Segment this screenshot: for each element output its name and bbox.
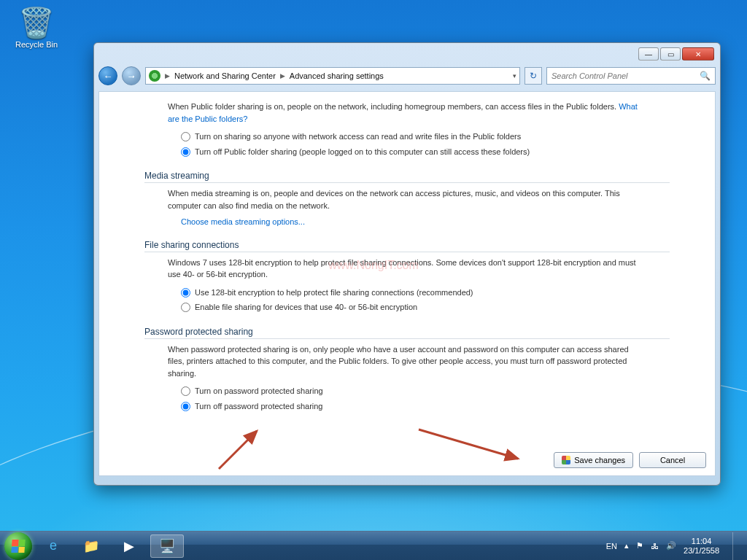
system-tray: EN ▴ ⚑ 🖧 🔊 11:04 23/1/2558 — [606, 532, 743, 560]
control-panel-window: ― ▭ ✕ ← → ▶ Network and Sharing Center ▶… — [93, 42, 721, 486]
radio-4056bit[interactable]: Enable file sharing for devices that use… — [168, 300, 646, 315]
media-desc: When media streaming is on, people and d… — [168, 187, 646, 211]
taskbar-clock[interactable]: 11:04 23/1/2558 — [684, 537, 719, 555]
breadcrumb-part1[interactable]: Network and Sharing Center — [174, 71, 276, 80]
public-folder-desc: When Public folder sharing is on, people… — [168, 102, 619, 111]
radio-pw-on[interactable]: Turn on password protected sharing — [168, 384, 646, 399]
nav-forward-button[interactable]: → — [122, 66, 141, 85]
address-bar[interactable]: ▶ Network and Sharing Center ▶ Advanced … — [145, 67, 520, 85]
radio-public-on-input[interactable] — [181, 132, 190, 141]
refresh-button[interactable]: ↻ — [525, 67, 542, 85]
radio-pw-on-label: Turn on password protected sharing — [195, 385, 323, 397]
action-center-icon[interactable]: ⚑ — [636, 541, 643, 551]
address-dropdown-icon[interactable]: ▾ — [513, 72, 516, 79]
control-panel-icon — [149, 70, 160, 82]
radio-4056bit-label: Enable file sharing for devices that use… — [195, 301, 417, 314]
network-icon[interactable]: 🖧 — [651, 542, 659, 551]
breadcrumb-sep: ▶ — [280, 72, 285, 79]
recycle-bin-label: Recycle Bin — [15, 40, 58, 49]
content-scroll[interactable]: Public folder sharing When Public folder… — [99, 92, 715, 475]
language-indicator[interactable]: EN — [606, 542, 617, 551]
radio-pw-off[interactable]: Turn off password protected sharing — [168, 399, 646, 414]
clock-time: 11:04 — [684, 537, 719, 546]
taskbar-explorer-button[interactable]: 📁 — [74, 534, 108, 558]
radio-public-on-label: Turn on sharing so anyone with network a… — [195, 131, 521, 143]
recycle-bin-icon: 🗑️ — [10, 6, 63, 40]
clock-date: 23/1/2558 — [684, 546, 719, 556]
section-password-title: Password protected sharing — [144, 327, 670, 339]
taskbar-controlpanel-button[interactable]: 🖥️ — [150, 534, 184, 558]
search-box[interactable]: 🔍 — [546, 67, 716, 85]
breadcrumb-sep: ▶ — [165, 72, 170, 79]
taskbar-mediaplayer-button[interactable]: ▶ — [112, 534, 146, 558]
maximize-button[interactable]: ▭ — [660, 47, 681, 61]
show-desktop-button[interactable] — [732, 532, 741, 560]
section-password: When password protected sharing is on, o… — [144, 343, 670, 414]
section-fileconn: Windows 7 uses 128-bit encryption to hel… — [144, 257, 670, 315]
cancel-label: Cancel — [660, 456, 685, 464]
radio-pw-off-label: Turn off password protected sharing — [195, 400, 322, 413]
radio-public-off-input[interactable] — [181, 147, 190, 157]
search-icon: 🔍 — [700, 71, 711, 81]
button-footer: Save changes Cancel — [554, 452, 706, 468]
radio-public-off[interactable]: Turn off Public folder sharing (people l… — [168, 144, 646, 160]
taskbar: e 📁 ▶ 🖥️ EN ▴ ⚑ 🖧 🔊 11:04 23/1/2558 — [0, 531, 747, 560]
section-fileconn-title: File sharing connections — [144, 240, 670, 252]
search-input[interactable] — [551, 71, 700, 80]
fileconn-desc: Windows 7 uses 128-bit encryption to hel… — [168, 257, 646, 281]
content-pane: Public folder sharing When Public folder… — [98, 91, 716, 476]
nav-back-button[interactable]: ← — [98, 66, 117, 85]
radio-4056bit-input[interactable] — [181, 303, 190, 312]
recycle-bin-desktop-icon[interactable]: 🗑️ Recycle Bin — [10, 6, 63, 49]
tray-chevron-up-icon[interactable]: ▴ — [624, 541, 629, 551]
uac-shield-icon — [562, 456, 570, 464]
volume-icon[interactable]: 🔊 — [666, 541, 676, 551]
media-options-link[interactable]: Choose media streaming options... — [181, 217, 305, 226]
save-changes-label: Save changes — [574, 456, 625, 464]
windows-logo-icon — [11, 540, 25, 553]
close-button[interactable]: ✕ — [682, 47, 714, 61]
taskbar-ie-button[interactable]: e — [36, 534, 70, 558]
cancel-button[interactable]: Cancel — [639, 452, 706, 468]
password-desc: When password protected sharing is on, o… — [168, 343, 646, 380]
section-public-folder: When Public folder sharing is on, people… — [144, 92, 670, 159]
radio-pw-off-input[interactable] — [181, 402, 190, 411]
radio-128bit[interactable]: Use 128-bit encryption to help protect f… — [168, 285, 646, 300]
radio-public-on[interactable]: Turn on sharing so anyone with network a… — [168, 129, 646, 144]
breadcrumb-part2[interactable]: Advanced sharing settings — [290, 71, 384, 80]
radio-128bit-label: Use 128-bit encryption to help protect f… — [195, 287, 473, 299]
radio-public-off-label: Turn off Public folder sharing (people l… — [195, 146, 530, 158]
start-button[interactable] — [4, 532, 32, 560]
radio-128bit-input[interactable] — [181, 288, 190, 298]
section-media-title: Media streaming — [144, 171, 670, 183]
nav-bar: ← → ▶ Network and Sharing Center ▶ Advan… — [98, 65, 716, 87]
minimize-button[interactable]: ― — [638, 47, 659, 61]
section-media: When media streaming is on, people and d… — [144, 187, 670, 228]
save-changes-button[interactable]: Save changes — [554, 452, 633, 468]
radio-pw-on-input[interactable] — [181, 386, 190, 396]
